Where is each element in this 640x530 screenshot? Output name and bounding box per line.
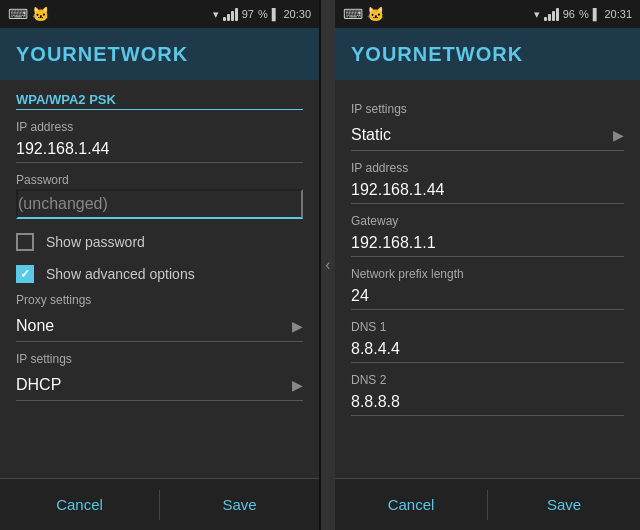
right-status-right: ▾ 96% ▌ 20:31 [534,7,632,21]
signal-bars-right [544,7,559,21]
time-left: 20:30 [283,8,311,20]
usb-icon: ⌨ [8,6,28,22]
left-save-button[interactable]: Save [160,479,319,530]
battery-icon-left: ▌ [272,8,280,20]
right-title: YOURNETWORK [351,43,523,66]
left-proxy-dropdown[interactable]: None ▶ [16,311,303,342]
left-content: WPA/WPA2 PSK IP address 192.168.1.44 Pas… [0,80,319,478]
right-ip-settings-arrow: ▶ [613,127,624,143]
right-dns1-label: DNS 1 [351,320,624,334]
left-title: YOURNETWORK [16,43,188,66]
left-show-password-row[interactable]: Show password [16,233,303,251]
wifi-icon-right: ▾ [534,8,540,21]
right-title-bar: YOURNETWORK [335,28,640,80]
right-dns2-value: 8.8.8.8 [351,389,624,416]
left-ip-settings-dropdown[interactable]: DHCP ▶ [16,370,303,401]
left-status-left: ⌨ 🐱 [8,6,49,22]
right-dns1-value: 8.8.4.4 [351,336,624,363]
left-ip-settings-value: DHCP [16,376,61,394]
left-password-label: Password [16,173,303,187]
left-section-header: WPA/WPA2 PSK [16,92,303,110]
usb-icon-right: ⌨ [343,6,363,22]
left-proxy-label: Proxy settings [16,293,303,307]
cat-icon-right: 🐱 [367,6,384,22]
cat-icon-left: 🐱 [32,6,49,22]
battery-right: 96 [563,8,575,20]
right-save-button[interactable]: Save [488,479,640,530]
show-advanced-checkbox[interactable] [16,265,34,283]
show-password-checkbox[interactable] [16,233,34,251]
nav-back-arrow[interactable]: ‹ [325,256,330,274]
right-content: IP settings Static ▶ IP address 192.168.… [335,80,640,478]
show-password-label: Show password [46,234,145,250]
right-prefix-value: 24 [351,283,624,310]
left-proxy-value: None [16,317,54,335]
right-gateway-label: Gateway [351,214,624,228]
left-ip-settings-arrow: ▶ [292,377,303,393]
right-gateway-value: 192.168.1.1 [351,230,624,257]
left-ip-settings-label: IP settings [16,352,303,366]
right-ip-settings-label: IP settings [351,102,624,116]
left-status-right: ▾ 97% ▌ 20:30 [213,7,311,21]
signal-bars-left [223,7,238,21]
right-ip-settings-value: Static [351,126,391,144]
right-bottom-bar: Cancel Save [335,478,640,530]
left-phone-panel: ⌨ 🐱 ▾ 97% ▌ 20:30 YOURNETWORK WPA/WPA2 P… [0,0,320,530]
right-dns2-label: DNS 2 [351,373,624,387]
wifi-icon-left: ▾ [213,8,219,21]
show-advanced-label: Show advanced options [46,266,195,282]
left-title-bar: YOURNETWORK [0,28,319,80]
right-cancel-button[interactable]: Cancel [335,479,487,530]
right-ip-settings-dropdown[interactable]: Static ▶ [351,120,624,151]
right-ip-label: IP address [351,161,624,175]
left-show-advanced-row[interactable]: Show advanced options [16,265,303,283]
right-ip-value: 192.168.1.44 [351,177,624,204]
battery-left: 97 [242,8,254,20]
right-status-bar: ⌨ 🐱 ▾ 96% ▌ 20:31 [335,0,640,28]
time-right: 20:31 [604,8,632,20]
left-status-bar: ⌨ 🐱 ▾ 97% ▌ 20:30 [0,0,319,28]
right-prefix-label: Network prefix length [351,267,624,281]
left-bottom-bar: Cancel Save [0,478,319,530]
left-ip-value: 192.168.1.44 [16,136,303,163]
right-phone-panel: ‹ ⌨ 🐱 ▾ 96% ▌ 20:31 YOU [320,0,640,530]
left-password-input[interactable] [16,189,303,219]
left-proxy-arrow: ▶ [292,318,303,334]
right-status-left: ⌨ 🐱 [343,6,384,22]
left-cancel-button[interactable]: Cancel [0,479,159,530]
battery-icon-right: ▌ [593,8,601,20]
left-ip-label: IP address [16,120,303,134]
